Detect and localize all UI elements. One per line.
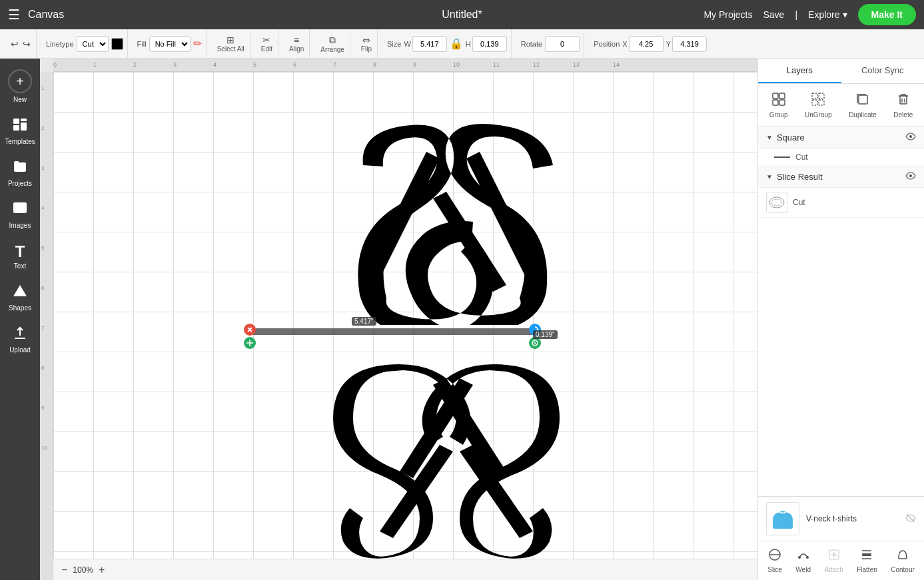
square-cut-item[interactable]: Cut (758, 148, 924, 166)
flip-label: Flip (361, 45, 372, 53)
canvas-grid[interactable]: 5.417" 0.139" (53, 72, 757, 559)
sidebar-item-new[interactable]: + New (1, 64, 39, 109)
sidebar-projects-label: Projects (8, 180, 32, 187)
select-all-group: ⊞ Select All (212, 29, 250, 58)
ungroup-label: UnGroup (805, 111, 832, 119)
svg-rect-34 (862, 553, 871, 556)
zoom-in-button[interactable]: + (99, 564, 105, 576)
group-button[interactable]: Group (764, 89, 793, 121)
flatten-label: Flatten (857, 566, 877, 573)
preview-hidden-icon[interactable] (905, 513, 916, 525)
flip-button[interactable]: ⇔ Flip (360, 33, 373, 54)
slice-cut-item[interactable]: Cut (758, 188, 924, 218)
flatten-action[interactable]: Flatten (851, 545, 883, 576)
attach-label: Attach (824, 566, 843, 573)
sidebar-item-upload[interactable]: Upload (1, 320, 39, 359)
position-group: Position X Y (590, 29, 711, 58)
x-input[interactable] (629, 36, 664, 52)
slice-collapse-arrow: ▼ (766, 173, 773, 180)
svg-rect-18 (812, 100, 817, 105)
right-panel: Layers Color Sync Group UnGroup (757, 59, 924, 580)
pen-icon[interactable]: ✏ (193, 37, 202, 50)
images-icon (12, 200, 28, 220)
select-all-button[interactable]: ⊞ Select All (216, 33, 246, 54)
page-title: Untitled* (442, 9, 482, 21)
menu-icon[interactable]: ☰ (8, 7, 20, 23)
slice-icon (768, 548, 781, 565)
arrange-button[interactable]: ⧉ Arrange (319, 33, 346, 55)
undo-button[interactable]: ↩ (9, 37, 20, 51)
rotate-group: Rotate (517, 29, 584, 58)
duplicate-button[interactable]: Duplicate (843, 89, 882, 121)
topbar: ☰ Canvas Untitled* My Projects Save | Ex… (0, 0, 924, 29)
bottom-action-bar: Slice Weld Attach Flatten (758, 541, 924, 580)
explore-button[interactable]: Explore ▾ (808, 9, 847, 20)
weld-action[interactable]: Weld (790, 545, 816, 576)
tab-layers[interactable]: Layers (758, 59, 841, 83)
svg-point-32 (806, 556, 809, 559)
sidebar-item-text[interactable]: T Text (1, 237, 39, 275)
layer-group-slice[interactable]: ▼ Slice Result (758, 166, 924, 188)
width-label: W (404, 40, 410, 48)
sidebar-text-label: Text (14, 262, 26, 270)
edit-button[interactable]: ✂ Edit (260, 33, 274, 54)
y-input[interactable] (672, 36, 707, 52)
my-projects-link[interactable]: My Projects (703, 9, 752, 20)
preview-thumbnail[interactable] (766, 502, 799, 535)
canvas-area[interactable]: 0 1 2 3 4 5 6 7 8 9 10 11 12 13 14 1 2 3… (40, 59, 757, 580)
align-label: Align (289, 45, 304, 53)
linetype-select[interactable]: Cut (77, 36, 109, 52)
tab-color-sync[interactable]: Color Sync (841, 59, 925, 83)
save-button[interactable]: Save (763, 9, 785, 20)
lock-icon[interactable]: 🔒 (450, 37, 463, 50)
layer-group-square[interactable]: ▼ Square (758, 127, 924, 148)
templates-icon (12, 117, 28, 137)
svg-point-31 (798, 556, 801, 559)
svg-rect-16 (812, 93, 817, 99)
slice-visibility-icon[interactable] (905, 170, 916, 183)
sidebar-item-projects[interactable]: Projects (1, 153, 39, 192)
rotate-input[interactable] (545, 36, 580, 52)
delete-button[interactable]: Delete (888, 89, 918, 121)
square-cut-name: Cut (795, 152, 916, 162)
slice-action[interactable]: Slice (762, 545, 787, 576)
design-top (253, 112, 586, 325)
svg-rect-21 (900, 96, 907, 104)
svg-marker-6 (13, 285, 27, 296)
make-it-button[interactable]: Make It (858, 4, 916, 25)
color-box[interactable] (111, 38, 123, 50)
sidebar-item-images[interactable]: Images (1, 195, 39, 234)
contour-action[interactable]: Contour (885, 545, 920, 576)
ungroup-button[interactable]: UnGroup (799, 89, 837, 121)
svg-line-11 (534, 342, 536, 344)
sidebar-shapes-label: Shapes (9, 304, 31, 312)
zoom-bar: − 100% + (53, 559, 757, 580)
design-bottom (253, 358, 586, 559)
separator: | (795, 9, 797, 20)
width-input[interactable] (412, 36, 447, 52)
selected-bar[interactable] (253, 328, 533, 335)
align-button[interactable]: ≡ Align (288, 33, 305, 54)
square-visibility-icon[interactable] (905, 131, 916, 144)
ungroup-icon (811, 92, 825, 110)
flatten-icon (860, 548, 873, 565)
rotate-label: Rotate (521, 40, 542, 48)
zoom-out-button[interactable]: − (61, 564, 67, 576)
edit-group: ✂ Edit (256, 29, 278, 58)
redo-button[interactable]: ↪ (21, 37, 32, 51)
delete-handle[interactable] (244, 324, 256, 336)
panel-spacer (758, 218, 924, 496)
duplicate-label: Duplicate (849, 111, 877, 119)
sidebar-item-templates[interactable]: Templates (1, 111, 39, 150)
attach-action[interactable]: Attach (819, 545, 848, 576)
select-all-label: Select All (217, 45, 244, 53)
arrange-group: ⧉ Arrange (315, 29, 350, 58)
move-handle[interactable] (244, 337, 256, 349)
app-name: Canvas (28, 9, 64, 21)
ruler-left: 1 2 3 4 5 6 7 8 9 10 (40, 72, 53, 580)
fill-select[interactable]: No Fill (149, 36, 191, 52)
sidebar-item-shapes[interactable]: Shapes (1, 278, 39, 317)
topbar-right-actions: My Projects Save | Explore ▾ Make It (703, 4, 916, 25)
height-input[interactable] (472, 36, 507, 52)
left-sidebar: + New Templates Projects Images T Text (0, 59, 40, 580)
